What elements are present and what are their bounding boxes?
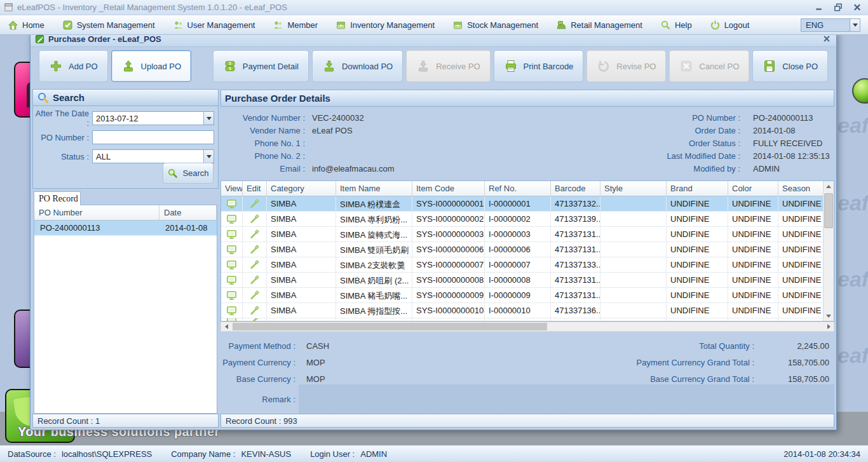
column-header[interactable]: Date	[159, 205, 217, 221]
column-header[interactable]: Item Code	[412, 181, 485, 196]
view-icon[interactable]	[226, 198, 237, 209]
green-sphere-icon[interactable]	[852, 78, 868, 104]
table-row[interactable]: SIMBA SIMBA 2支裝軟羹 SYS-I0000000007 I-0000…	[221, 257, 823, 273]
view-icon[interactable]	[226, 244, 237, 255]
view-icon[interactable]	[226, 259, 237, 270]
edit-cell[interactable]	[243, 196, 267, 212]
edit-icon[interactable]	[249, 198, 260, 209]
edit-cell[interactable]	[243, 288, 267, 303]
view-icon[interactable]	[226, 318, 237, 321]
item-name-cell: SIMBA 拇指型按...	[336, 303, 412, 318]
close-icon[interactable]	[850, 3, 864, 12]
scrollbar-thumb[interactable]	[824, 193, 833, 228]
menu-item[interactable]: User Management	[173, 20, 255, 31]
minimize-icon[interactable]	[812, 3, 826, 12]
vertical-scrollbar[interactable]	[823, 181, 834, 321]
after-date-select[interactable]: 2013-07-12	[92, 111, 214, 125]
scroll-left-icon[interactable]	[221, 322, 231, 331]
menu-item[interactable]: Help	[660, 20, 692, 31]
scroll-up-icon[interactable]	[824, 181, 834, 191]
status-select[interactable]: ALL	[92, 149, 214, 163]
edit-icon[interactable]	[249, 275, 260, 285]
scroll-down-icon[interactable]	[824, 311, 834, 321]
toolbar-button[interactable]: Revise PO	[587, 50, 666, 82]
table-row[interactable]: SIMBA SIMBA 粉樸連盒 SYS-I0000000001 I-00000…	[221, 196, 823, 212]
view-cell[interactable]	[221, 318, 243, 321]
column-header[interactable]: Item Name	[336, 181, 412, 196]
maximize-icon[interactable]	[831, 3, 845, 12]
edit-cell[interactable]	[243, 273, 267, 288]
toolbar-button[interactable]: Add PO	[39, 50, 108, 82]
edit-cell[interactable]	[243, 318, 267, 321]
toolbar-button[interactable]: Close PO	[752, 50, 828, 82]
column-header[interactable]: Ref No.	[485, 181, 551, 196]
scrollbar-thumb[interactable]	[233, 323, 547, 330]
edit-icon[interactable]	[249, 244, 260, 255]
edit-cell[interactable]	[243, 303, 267, 318]
tab-po-record[interactable]: PO Record	[34, 191, 81, 205]
column-header[interactable]: Barcode	[551, 181, 600, 196]
edit-icon[interactable]	[249, 229, 260, 240]
edit-cell[interactable]	[243, 227, 267, 242]
chevron-down-icon[interactable]	[203, 150, 214, 163]
edit-icon[interactable]	[249, 214, 260, 224]
column-header[interactable]: Edit	[243, 181, 267, 196]
view-icon[interactable]	[226, 214, 237, 224]
view-cell[interactable]	[221, 273, 243, 288]
column-header[interactable]: Season	[778, 181, 823, 196]
edit-cell[interactable]	[243, 242, 267, 257]
table-row[interactable]: SIMBA SIMBA 專利奶粉... SYS-I0000000002 I-00…	[221, 212, 823, 227]
dialog-close-icon[interactable]	[822, 34, 832, 43]
table-row[interactable]: SIMBA SIMBA 豬毛奶嘴... SYS-I0000000009 I-00…	[221, 288, 823, 303]
column-header[interactable]: PO Number	[34, 205, 159, 221]
table-row[interactable]: SIMBA SIMBA 奶咀刷 (2... SYS-I0000000008 I-…	[221, 273, 823, 288]
edit-icon[interactable]	[249, 259, 260, 270]
table-row[interactable]: PO-2400000113 2014-01-08	[34, 221, 217, 236]
menu-item[interactable]: System Management	[62, 20, 155, 31]
view-cell[interactable]	[221, 288, 243, 303]
menu-item[interactable]: Inventory Management	[336, 20, 435, 31]
column-header[interactable]: Style	[600, 181, 667, 196]
toolbar-button[interactable]: $$ Payment Detail	[213, 50, 309, 82]
view-cell[interactable]	[221, 242, 243, 257]
view-icon[interactable]	[226, 305, 237, 316]
menu-item[interactable]: Logout	[710, 20, 750, 31]
edit-icon[interactable]	[249, 290, 260, 301]
view-icon[interactable]	[226, 290, 237, 301]
view-icon[interactable]	[226, 229, 237, 240]
column-header[interactable]: View	[221, 181, 243, 196]
chevron-down-icon[interactable]	[850, 19, 860, 31]
edit-icon[interactable]	[249, 305, 260, 316]
menu-item[interactable]: Stock Management	[452, 20, 538, 31]
edit-cell[interactable]	[243, 257, 267, 273]
column-header[interactable]: Brand	[667, 181, 728, 196]
edit-cell[interactable]	[243, 212, 267, 227]
column-header[interactable]: Color	[728, 181, 778, 196]
po-number-input[interactable]	[96, 133, 214, 142]
scroll-right-icon[interactable]	[824, 322, 834, 331]
table-row[interactable]	[221, 318, 823, 321]
language-select[interactable]: ENG	[801, 18, 860, 32]
view-cell[interactable]	[221, 303, 243, 318]
table-row[interactable]: SIMBA SIMBA 雙頭毛奶刷 SYS-I0000000006 I-0000…	[221, 242, 823, 257]
toolbar-button[interactable]: Cancel PO	[669, 50, 749, 82]
view-cell[interactable]	[221, 212, 243, 227]
menu-item[interactable]: Member	[273, 20, 318, 31]
view-cell[interactable]	[221, 257, 243, 273]
view-icon[interactable]	[226, 275, 237, 285]
view-cell[interactable]	[221, 227, 243, 242]
view-cell[interactable]	[221, 196, 243, 212]
table-row[interactable]: SIMBA SIMBA 旋轉式海... SYS-I0000000003 I-00…	[221, 227, 823, 242]
toolbar-button[interactable]: Upload PO	[111, 50, 192, 82]
toolbar-button[interactable]: Print Barcode	[494, 50, 584, 82]
menu-item[interactable]: Retail Management	[556, 20, 642, 31]
edit-icon[interactable]	[249, 318, 260, 321]
search-button[interactable]: Search	[163, 163, 214, 184]
column-header[interactable]: Category	[267, 181, 336, 196]
table-row[interactable]: SIMBA SIMBA 拇指型按... SYS-I0000000010 I-00…	[221, 303, 823, 318]
menu-item[interactable]: Home	[8, 20, 44, 31]
horizontal-scrollbar[interactable]	[220, 322, 834, 332]
toolbar-button[interactable]: Receive PO	[406, 50, 490, 82]
chevron-down-icon[interactable]	[203, 112, 214, 125]
toolbar-button[interactable]: Download PO	[312, 50, 403, 82]
